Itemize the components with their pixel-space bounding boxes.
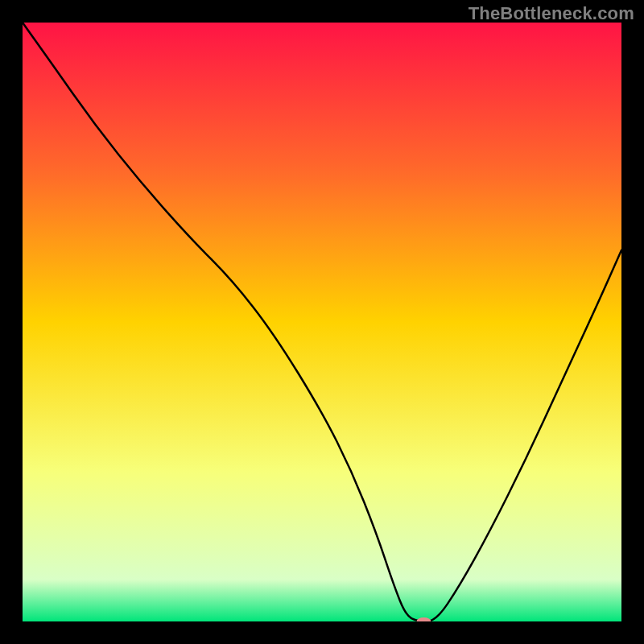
chart-frame: TheBottleneck.com [0, 0, 644, 644]
plot-area [23, 23, 621, 621]
chart-svg [23, 23, 621, 621]
gradient-background [23, 23, 621, 621]
watermark-text: TheBottleneck.com [469, 3, 634, 24]
